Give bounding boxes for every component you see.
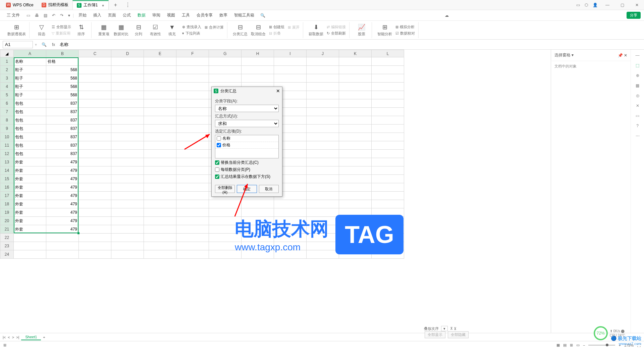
filter-button[interactable]: ▽筛选 bbox=[35, 23, 48, 37]
cell-B22[interactable] bbox=[46, 234, 79, 242]
cell-A11[interactable]: 包包 bbox=[14, 141, 46, 150]
close-panel-icon[interactable]: ✕ bbox=[624, 53, 627, 58]
print-icon[interactable]: 🖶 bbox=[34, 12, 40, 18]
cell-J10[interactable] bbox=[307, 133, 339, 141]
cell-C7[interactable] bbox=[79, 108, 111, 116]
cell-D3[interactable] bbox=[111, 74, 144, 83]
cell-D17[interactable] bbox=[111, 192, 144, 200]
cell-K16[interactable] bbox=[339, 183, 372, 192]
cell-E5[interactable] bbox=[144, 91, 176, 99]
avatar-icon[interactable]: 👤 bbox=[593, 3, 598, 7]
col-head-I[interactable]: I bbox=[274, 50, 307, 57]
cell-K18[interactable] bbox=[339, 200, 372, 208]
cell-C24[interactable] bbox=[79, 250, 111, 259]
cell-J15[interactable] bbox=[307, 175, 339, 183]
cell-K8[interactable] bbox=[339, 116, 372, 124]
cell-E10[interactable] bbox=[144, 133, 176, 141]
cell-D23[interactable] bbox=[111, 242, 144, 250]
col-head-J[interactable]: J bbox=[307, 50, 339, 57]
row-head-24[interactable]: 24 bbox=[0, 250, 14, 259]
below-check[interactable] bbox=[215, 174, 219, 179]
cell-D15[interactable] bbox=[111, 175, 144, 183]
cell-D7[interactable] bbox=[111, 108, 144, 116]
menu-公式[interactable]: 公式 bbox=[119, 11, 134, 19]
row-head-6[interactable]: 6 bbox=[0, 99, 14, 108]
cell-J4[interactable] bbox=[307, 83, 339, 91]
cell-L14[interactable] bbox=[372, 166, 404, 175]
select-all-corner[interactable]: ◢ bbox=[0, 50, 14, 57]
help-icon[interactable]: ? bbox=[636, 123, 639, 128]
cell-E22[interactable] bbox=[144, 234, 176, 242]
cell-F6[interactable] bbox=[176, 99, 209, 108]
tool-icon-1[interactable]: ⊕ bbox=[636, 73, 639, 78]
cell-L8[interactable] bbox=[372, 116, 404, 124]
cell-A2[interactable]: 鞋子 bbox=[14, 66, 46, 74]
cell-L17[interactable] bbox=[372, 192, 404, 200]
share-button[interactable]: 分享 bbox=[627, 12, 641, 19]
close-button[interactable]: ✕ bbox=[632, 3, 642, 7]
select-icon[interactable]: ⬚ bbox=[636, 63, 639, 68]
cell-I2[interactable] bbox=[274, 66, 307, 74]
row-head-8[interactable]: 8 bbox=[0, 116, 14, 124]
refilter-button[interactable]: ▽ 重新应用 bbox=[52, 31, 71, 36]
cell-E1[interactable] bbox=[144, 57, 176, 66]
tab-menu[interactable]: ⋮ bbox=[122, 2, 133, 8]
ok-button[interactable]: 确定 bbox=[237, 185, 257, 193]
cell-K7[interactable] bbox=[339, 108, 372, 116]
row-head-17[interactable]: 17 bbox=[0, 192, 14, 200]
cell-B4[interactable]: 568 bbox=[46, 83, 79, 91]
menu-视图[interactable]: 视图 bbox=[164, 11, 178, 19]
cell-C14[interactable] bbox=[79, 166, 111, 175]
cell-J11[interactable] bbox=[307, 141, 339, 150]
cell-B20[interactable]: 479 bbox=[46, 217, 79, 225]
cell-D6[interactable] bbox=[111, 99, 144, 108]
row-head-23[interactable]: 23 bbox=[0, 242, 14, 250]
window-dock-icon[interactable]: ▭ bbox=[576, 3, 580, 7]
minimize-button[interactable]: — bbox=[602, 3, 612, 7]
order-up-icon[interactable]: ⊼ bbox=[450, 327, 453, 331]
cell-A18[interactable]: 外套 bbox=[14, 200, 46, 208]
undo-icon[interactable]: ↶ bbox=[51, 12, 57, 18]
ungroup-button[interactable]: ⊟取消组合 bbox=[251, 23, 266, 37]
view-read-icon[interactable]: ▭ bbox=[576, 343, 580, 347]
cell-J17[interactable] bbox=[307, 192, 339, 200]
cell-F21[interactable] bbox=[176, 225, 209, 234]
cell-K17[interactable] bbox=[339, 192, 372, 200]
cell-E13[interactable] bbox=[144, 158, 176, 166]
cell-B15[interactable]: 479 bbox=[46, 175, 79, 183]
func-select[interactable]: 求和 bbox=[215, 120, 279, 127]
cell-L6[interactable] bbox=[372, 99, 404, 108]
cell-D24[interactable] bbox=[111, 250, 144, 259]
row-head-20[interactable]: 20 bbox=[0, 217, 14, 225]
cell-L9[interactable] bbox=[372, 124, 404, 133]
cell-B14[interactable]: 479 bbox=[46, 166, 79, 175]
cell-A12[interactable]: 包包 bbox=[14, 150, 46, 158]
cell-C18[interactable] bbox=[79, 200, 111, 208]
cell-D12[interactable] bbox=[111, 150, 144, 158]
cube-icon[interactable]: ⬡ bbox=[585, 3, 588, 7]
cell-E18[interactable] bbox=[144, 200, 176, 208]
cell-J9[interactable] bbox=[307, 124, 339, 133]
cell-B19[interactable]: 479 bbox=[46, 208, 79, 217]
cell-K4[interactable] bbox=[339, 83, 372, 91]
pin-icon[interactable]: 📌 bbox=[618, 53, 623, 58]
cell-D5[interactable] bbox=[111, 91, 144, 99]
cell-L4[interactable] bbox=[372, 83, 404, 91]
cell-A22[interactable] bbox=[14, 234, 46, 242]
view-page-icon[interactable]: ▤ bbox=[563, 343, 567, 347]
cell-J2[interactable] bbox=[307, 66, 339, 74]
cell-A20[interactable]: 外套 bbox=[14, 217, 46, 225]
items-list[interactable]: 名称 价格 bbox=[215, 135, 279, 158]
cancel-button[interactable]: 取消 bbox=[259, 185, 279, 193]
dropdown-icon[interactable]: ▾ bbox=[67, 12, 71, 18]
cell-L15[interactable] bbox=[372, 175, 404, 183]
cell-A1[interactable]: 名称 bbox=[14, 57, 46, 66]
cell-K5[interactable] bbox=[339, 91, 372, 99]
cell-L7[interactable] bbox=[372, 108, 404, 116]
row-head-5[interactable]: 5 bbox=[0, 91, 14, 99]
subtotal-button[interactable]: ⊟分类汇总 bbox=[233, 23, 248, 37]
selection-handle[interactable] bbox=[77, 232, 79, 234]
cell-D16[interactable] bbox=[111, 183, 144, 192]
cell-F24[interactable] bbox=[176, 250, 209, 259]
cell-B18[interactable]: 479 bbox=[46, 200, 79, 208]
